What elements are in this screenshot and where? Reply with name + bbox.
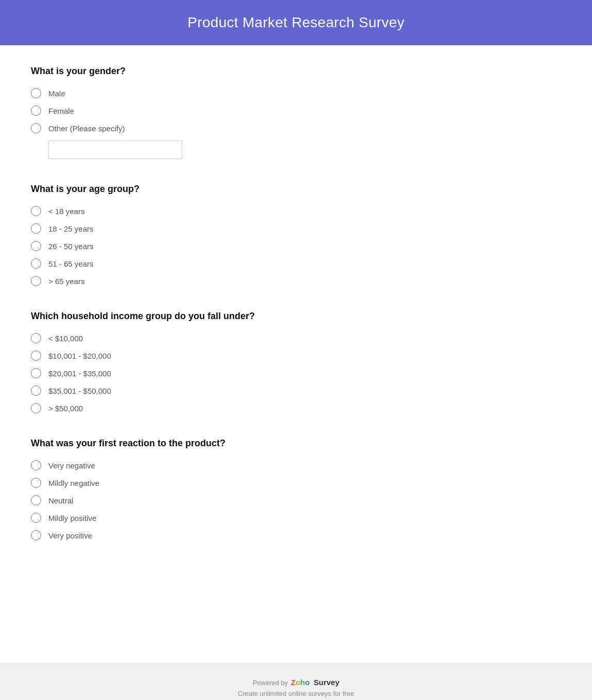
radio-very-positive[interactable]	[31, 530, 41, 540]
label-under10k: < $10,000	[48, 334, 83, 343]
option-female[interactable]: Female	[31, 106, 561, 116]
label-female: Female	[48, 107, 74, 115]
radio-other[interactable]	[31, 123, 41, 133]
label-mildly-negative: Mildly negative	[48, 479, 99, 487]
label-20k-35k: $20,001 - $35,000	[48, 369, 111, 378]
option-mildly-negative[interactable]: Mildly negative	[31, 478, 561, 488]
radio-very-negative[interactable]	[31, 460, 41, 470]
label-10k-20k: $10,001 - $20,000	[48, 352, 111, 360]
footer-powered-line: Powered by Zoho Survey	[10, 678, 582, 687]
label-under18: < 18 years	[48, 207, 84, 216]
survey-footer: Powered by Zoho Survey Create unlimited …	[0, 663, 592, 700]
radio-mildly-positive[interactable]	[31, 513, 41, 523]
other-specify-input[interactable]	[48, 141, 182, 159]
zoho-z: Z	[291, 678, 295, 687]
option-51-65[interactable]: 51 - 65 years	[31, 258, 561, 269]
label-51-65: 51 - 65 years	[48, 259, 94, 268]
radio-under10k[interactable]	[31, 333, 41, 343]
question-gender: What is your gender? Male Female Other (…	[31, 66, 561, 159]
label-mildly-positive: Mildly positive	[48, 514, 96, 522]
radio-26-50[interactable]	[31, 241, 41, 251]
radio-over50k[interactable]	[31, 403, 41, 413]
option-20k-35k[interactable]: $20,001 - $35,000	[31, 368, 561, 378]
option-male[interactable]: Male	[31, 88, 561, 98]
label-over65: > 65 years	[48, 277, 84, 286]
question-income-title: Which household income group do you fall…	[31, 311, 561, 322]
option-10k-20k[interactable]: $10,001 - $20,000	[31, 351, 561, 361]
option-other[interactable]: Other (Please specify)	[31, 123, 561, 133]
option-very-negative[interactable]: Very negative	[31, 460, 561, 470]
radio-male[interactable]	[31, 88, 41, 98]
survey-title: Product Market Research Survey	[10, 14, 582, 31]
radio-10k-20k[interactable]	[31, 351, 41, 361]
option-over50k[interactable]: > $50,000	[31, 403, 561, 413]
question-reaction: What was your first reaction to the prod…	[31, 438, 561, 540]
radio-female[interactable]	[31, 106, 41, 116]
survey-header: Product Market Research Survey	[0, 0, 592, 45]
label-over50k: > $50,000	[48, 404, 83, 413]
label-very-positive: Very positive	[48, 531, 92, 540]
question-reaction-title: What was your first reaction to the prod…	[31, 438, 561, 449]
option-under18[interactable]: < 18 years	[31, 206, 561, 216]
option-very-positive[interactable]: Very positive	[31, 530, 561, 540]
footer-tagline: Create unlimited online surveys for free	[10, 690, 582, 697]
label-neutral: Neutral	[48, 496, 73, 505]
question-age-title: What is your age group?	[31, 184, 561, 195]
survey-word: Survey	[314, 678, 339, 687]
option-neutral[interactable]: Neutral	[31, 495, 561, 505]
option-over65[interactable]: > 65 years	[31, 276, 561, 286]
option-26-50[interactable]: 26 - 50 years	[31, 241, 561, 251]
label-male: Male	[48, 89, 65, 98]
label-18-25: 18 - 25 years	[48, 224, 94, 233]
radio-51-65[interactable]	[31, 258, 41, 269]
zoho-logo: Zoho	[291, 678, 310, 687]
label-very-negative: Very negative	[48, 461, 95, 470]
radio-under18[interactable]	[31, 206, 41, 216]
zoho-h: h	[300, 678, 305, 687]
option-35k-50k[interactable]: $35,001 - $50,000	[31, 386, 561, 396]
radio-20k-35k[interactable]	[31, 368, 41, 378]
survey-body: What is your gender? Male Female Other (…	[0, 45, 592, 663]
zoho-o1: o	[295, 678, 300, 687]
option-under10k[interactable]: < $10,000	[31, 333, 561, 343]
radio-neutral[interactable]	[31, 495, 41, 505]
question-age: What is your age group? < 18 years 18 - …	[31, 184, 561, 286]
radio-mildly-negative[interactable]	[31, 478, 41, 488]
radio-35k-50k[interactable]	[31, 386, 41, 396]
powered-by-text: Powered by	[253, 679, 288, 687]
radio-over65[interactable]	[31, 276, 41, 286]
option-mildly-positive[interactable]: Mildly positive	[31, 513, 561, 523]
radio-18-25[interactable]	[31, 223, 41, 234]
label-35k-50k: $35,001 - $50,000	[48, 387, 111, 395]
label-26-50: 26 - 50 years	[48, 242, 94, 251]
option-18-25[interactable]: 18 - 25 years	[31, 223, 561, 234]
zoho-o2: o	[305, 678, 309, 687]
question-gender-title: What is your gender?	[31, 66, 561, 77]
question-income: Which household income group do you fall…	[31, 311, 561, 413]
label-other: Other (Please specify)	[48, 124, 125, 133]
